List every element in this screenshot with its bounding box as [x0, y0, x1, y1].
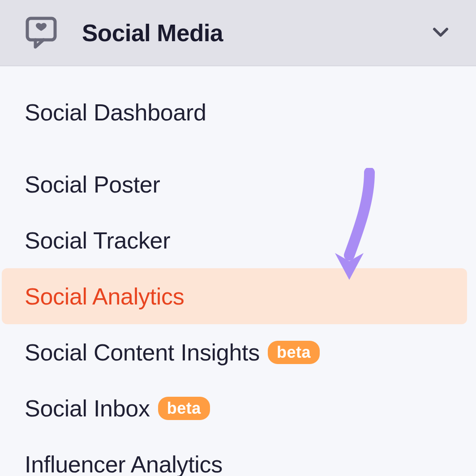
sidebar-item-label: Social Content Insights	[25, 339, 260, 366]
sidebar-item-social-tracker[interactable]: Social Tracker	[0, 212, 476, 268]
social-media-icon	[25, 15, 60, 51]
sidebar-item-social-content-insights[interactable]: Social Content Insights beta	[0, 324, 476, 380]
sidebar-item-social-analytics[interactable]: Social Analytics	[2, 268, 467, 324]
beta-badge: beta	[158, 397, 210, 420]
sidebar-item-label: Social Analytics	[25, 283, 184, 310]
sidebar-item-label: Social Tracker	[25, 227, 170, 254]
chevron-down-icon	[430, 22, 451, 43]
sidebar-item-label: Social Poster	[25, 171, 160, 198]
sidebar-section-title: Social Media	[82, 19, 430, 47]
sidebar-item-influencer-analytics[interactable]: Influencer Analytics	[0, 436, 476, 476]
beta-badge: beta	[268, 341, 320, 364]
sidebar-item-social-inbox[interactable]: Social Inbox beta	[0, 380, 476, 436]
sidebar-item-label: Influencer Analytics	[25, 451, 223, 476]
sidebar-item-social-poster[interactable]: Social Poster	[0, 156, 476, 212]
sidebar-item-label: Social Dashboard	[25, 99, 206, 126]
sidebar-item-label: Social Inbox	[25, 395, 150, 422]
sidebar-section-header[interactable]: Social Media	[0, 0, 476, 66]
sidebar-menu: Social Dashboard Social Poster Social Tr…	[0, 66, 476, 476]
sidebar-item-social-dashboard[interactable]: Social Dashboard	[0, 84, 476, 140]
